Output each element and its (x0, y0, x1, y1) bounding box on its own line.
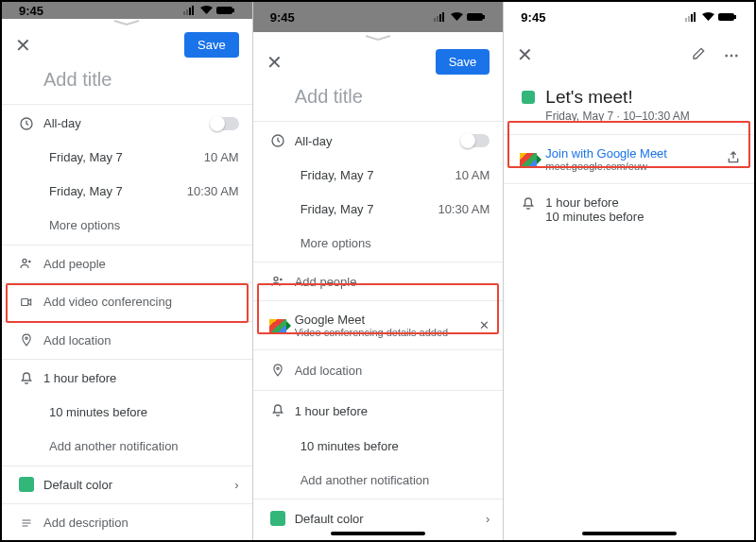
svg-point-17 (274, 277, 278, 280)
chevron-right-icon: › (234, 478, 238, 492)
google-meet-row[interactable]: Google Meet Video conferencing details a… (289, 313, 480, 338)
bell-icon (517, 195, 540, 212)
home-indicator (331, 532, 425, 535)
svg-point-7 (23, 260, 26, 263)
default-color[interactable]: Default color (38, 478, 234, 492)
home-indicator (582, 532, 677, 535)
svg-rect-19 (685, 18, 687, 22)
svg-rect-23 (718, 13, 734, 21)
allday-label: All-day (38, 116, 211, 130)
start-time[interactable]: 10 AM (455, 168, 490, 182)
description-icon (15, 517, 38, 529)
video-icon (15, 296, 38, 309)
more-icon[interactable]: ⋯ (724, 46, 741, 64)
svg-rect-2 (189, 8, 191, 15)
start-time[interactable]: 10 AM (204, 150, 239, 164)
svg-rect-4 (216, 7, 232, 14)
location-icon (266, 362, 289, 379)
end-time[interactable]: 10:30 AM (438, 202, 490, 216)
status-time: 9:45 (19, 4, 43, 18)
color-icon (15, 477, 38, 492)
status-icons (434, 12, 486, 22)
svg-rect-10 (434, 18, 436, 22)
status-icons (685, 12, 737, 22)
allday-toggle[interactable] (461, 134, 490, 147)
svg-rect-5 (232, 8, 234, 12)
svg-rect-11 (437, 16, 438, 22)
svg-rect-24 (734, 15, 736, 19)
people-icon (15, 256, 38, 271)
add-notification[interactable]: Add another notification (43, 439, 239, 453)
add-location[interactable]: Add location (38, 333, 239, 347)
clock-icon (15, 116, 38, 131)
people-icon (266, 274, 289, 289)
status-time: 9:45 (521, 10, 545, 25)
event-color-icon (517, 87, 540, 104)
end-date[interactable]: Friday, May 7 (43, 184, 187, 198)
notification-1[interactable]: 1 hour before (289, 404, 490, 418)
notification-2[interactable]: 10 minutes before (43, 405, 239, 419)
start-date[interactable]: Friday, May 7 (43, 150, 204, 164)
notification-1[interactable]: 1 hour before (38, 371, 239, 385)
end-time[interactable]: 10:30 AM (187, 184, 239, 198)
title-input[interactable]: Add title (43, 69, 112, 90)
status-icons (183, 6, 235, 15)
svg-rect-0 (183, 11, 185, 15)
svg-rect-21 (691, 14, 693, 22)
svg-rect-12 (439, 14, 441, 22)
more-options[interactable]: More options (295, 236, 490, 250)
notification-2[interactable]: 10 minutes before (295, 439, 490, 453)
svg-rect-13 (442, 12, 444, 22)
location-icon (15, 331, 38, 348)
add-notification[interactable]: Add another notification (295, 473, 490, 487)
svg-rect-14 (467, 13, 483, 21)
status-bar: 9:45 (504, 2, 754, 32)
add-people[interactable]: Add people (289, 275, 490, 289)
chevron-right-icon: › (486, 512, 490, 526)
add-video-conferencing[interactable]: Add video conferencing (38, 295, 239, 309)
clock-icon (266, 133, 289, 148)
close-icon[interactable]: ✕ (15, 34, 31, 57)
battery-icon (216, 6, 235, 15)
color-icon (266, 511, 289, 526)
status-bar: 9:45 (253, 2, 504, 32)
share-icon[interactable] (726, 149, 741, 169)
add-people[interactable]: Add people (38, 257, 239, 271)
save-button[interactable]: Save (184, 32, 239, 58)
start-date[interactable]: Friday, May 7 (295, 168, 455, 182)
bell-icon (266, 402, 289, 419)
status-bar: 9:45 (2, 2, 252, 19)
notification-2: 10 minutes before (545, 210, 741, 224)
notification-1: 1 hour before (545, 195, 741, 210)
google-meet-icon (517, 153, 540, 166)
event-subtitle: Friday, May 7 · 10–10:30 AM (545, 110, 741, 123)
add-description[interactable]: Add description (38, 516, 239, 530)
join-meet-link[interactable]: Join with Google Meet meet.google.com/eu… (540, 146, 726, 172)
wifi-icon (199, 6, 214, 15)
allday-toggle[interactable] (211, 117, 239, 130)
allday-label: All-day (289, 134, 462, 148)
svg-point-18 (277, 367, 279, 369)
add-location[interactable]: Add location (289, 364, 490, 378)
edit-icon[interactable] (692, 45, 707, 64)
event-title: Let's meet! (545, 87, 741, 108)
close-icon[interactable]: ✕ (517, 43, 533, 66)
remove-meet-icon[interactable]: ✕ (479, 318, 490, 332)
bell-icon (15, 370, 38, 387)
signal-icon (183, 6, 197, 15)
google-meet-icon (266, 319, 289, 332)
close-icon[interactable]: ✕ (266, 51, 283, 74)
sheet-handle[interactable] (2, 19, 252, 26)
svg-rect-22 (694, 12, 696, 22)
sheet-handle[interactable] (253, 32, 504, 43)
save-button[interactable]: Save (436, 49, 490, 75)
svg-rect-1 (186, 9, 188, 15)
title-input[interactable]: Add title (295, 86, 363, 107)
svg-rect-3 (192, 6, 194, 15)
more-options[interactable]: More options (43, 218, 239, 232)
default-color[interactable]: Default color (289, 512, 486, 526)
status-time: 9:45 (270, 10, 295, 25)
svg-rect-15 (483, 15, 485, 19)
end-date[interactable]: Friday, May 7 (295, 202, 438, 216)
svg-point-9 (26, 337, 27, 339)
